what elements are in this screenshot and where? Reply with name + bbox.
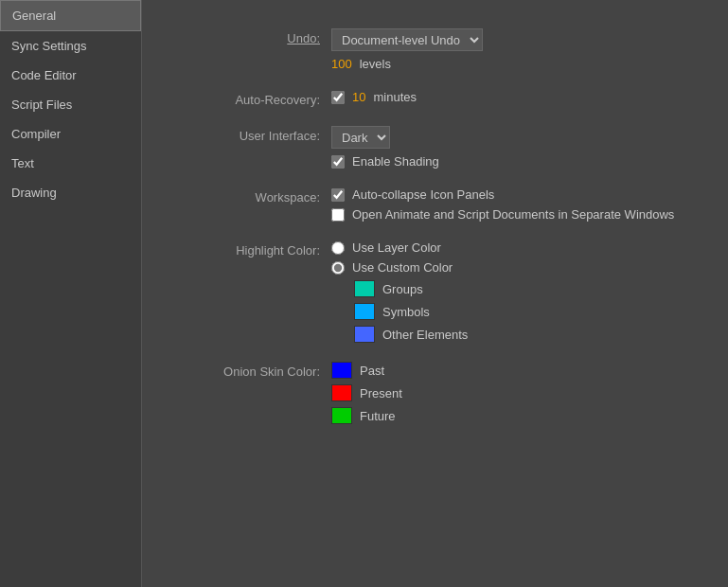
groups-color-swatch[interactable]	[354, 280, 375, 297]
auto-collapse-label: Auto-collapse Icon Panels	[352, 187, 494, 202]
undo-control: Document-level Undo 100 levels	[331, 28, 483, 71]
sidebar: General Sync Settings Code Editor Script…	[0, 0, 142, 587]
past-label: Past	[360, 364, 384, 378]
future-label: Future	[360, 409, 396, 423]
present-label: Present	[360, 386, 402, 400]
undo-select[interactable]: Document-level Undo	[331, 28, 483, 51]
user-interface-row: User Interface: Dark Enable Shading	[180, 126, 690, 169]
onion-skin-row: Onion Skin Color: Past Present Future	[180, 362, 690, 424]
sidebar-item-code-editor[interactable]: Code Editor	[0, 61, 141, 90]
workspace-label: Workspace:	[180, 187, 331, 205]
sidebar-item-label: Script Files	[11, 98, 72, 112]
workspace-control: Auto-collapse Icon Panels Open Animate a…	[331, 187, 674, 222]
undo-levels-label: levels	[360, 57, 391, 71]
sidebar-item-label: Compiler	[11, 127, 61, 141]
undo-row: Undo: Document-level Undo 100 levels	[180, 28, 690, 71]
groups-label: Groups	[382, 282, 423, 296]
workspace-row: Workspace: Auto-collapse Icon Panels Ope…	[180, 187, 690, 222]
user-interface-label: User Interface:	[180, 126, 331, 143]
sidebar-item-text[interactable]: Text	[0, 149, 141, 178]
main-content: Undo: Document-level Undo 100 levels Aut…	[142, 0, 728, 587]
onion-skin-label: Onion Skin Color:	[180, 362, 331, 379]
sidebar-item-label: Drawing	[11, 186, 57, 200]
symbols-label: Symbols	[382, 305, 430, 319]
use-custom-color-label: Use Custom Color	[352, 260, 453, 275]
highlight-color-control: Use Layer Color Use Custom Color Groups …	[331, 240, 468, 343]
undo-levels-value: 100	[331, 57, 352, 71]
sidebar-item-drawing[interactable]: Drawing	[0, 178, 141, 207]
highlight-color-label: Highlight Color:	[180, 240, 331, 258]
onion-skin-control: Past Present Future	[331, 362, 402, 424]
sidebar-item-general[interactable]: General	[0, 0, 141, 31]
user-interface-control: Dark Enable Shading	[331, 126, 439, 169]
sidebar-item-label: Sync Settings	[11, 39, 87, 53]
sidebar-item-script-files[interactable]: Script Files	[0, 90, 141, 119]
open-animate-label: Open Animate and Script Documents in Sep…	[352, 207, 674, 222]
sidebar-item-sync-settings[interactable]: Sync Settings	[0, 31, 141, 61]
undo-label: Undo:	[180, 28, 331, 45]
auto-recovery-minutes: 10	[352, 90, 365, 104]
enable-shading-checkbox[interactable]	[331, 155, 345, 169]
sidebar-item-label: General	[12, 9, 56, 23]
use-custom-color-radio[interactable]	[331, 261, 345, 275]
user-interface-select[interactable]: Dark	[331, 126, 390, 149]
open-animate-checkbox[interactable]	[331, 208, 345, 222]
other-elements-label: Other Elements	[382, 328, 468, 342]
enable-shading-label: Enable Shading	[352, 154, 439, 169]
symbols-color-swatch[interactable]	[354, 303, 375, 320]
auto-recovery-checkbox[interactable]	[331, 91, 345, 104]
auto-recovery-label: Auto-Recovery:	[180, 90, 331, 107]
auto-recovery-row: Auto-Recovery: 10 minutes	[180, 90, 690, 107]
past-color-swatch[interactable]	[331, 362, 352, 379]
highlight-color-row: Highlight Color: Use Layer Color Use Cus…	[180, 240, 690, 343]
auto-collapse-checkbox[interactable]	[331, 188, 345, 202]
use-layer-color-label: Use Layer Color	[352, 240, 441, 255]
sidebar-item-label: Code Editor	[11, 68, 77, 82]
present-color-swatch[interactable]	[331, 384, 352, 401]
use-layer-color-radio[interactable]	[331, 241, 345, 255]
future-color-swatch[interactable]	[331, 407, 352, 424]
sidebar-item-label: Text	[11, 156, 34, 170]
sidebar-item-compiler[interactable]: Compiler	[0, 119, 141, 149]
auto-recovery-control: 10 minutes	[331, 90, 417, 104]
auto-recovery-suffix: minutes	[373, 90, 417, 104]
other-elements-color-swatch[interactable]	[354, 326, 375, 343]
